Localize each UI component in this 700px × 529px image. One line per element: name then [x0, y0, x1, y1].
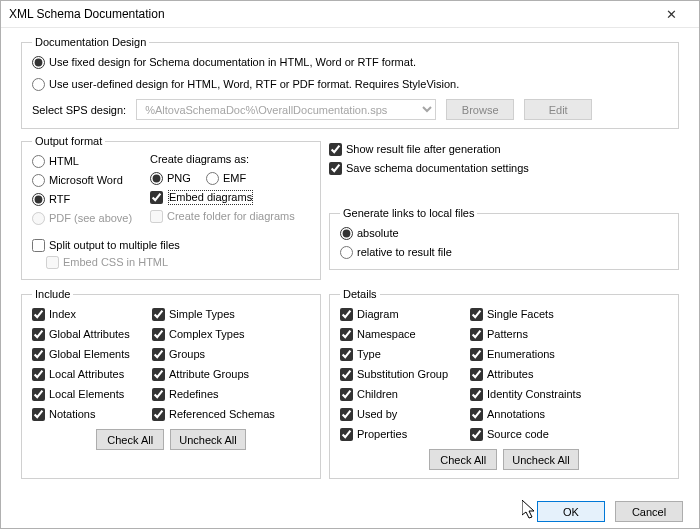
- include-global-elements[interactable]: Global Elements: [32, 346, 152, 363]
- links-legend: Generate links to local files: [340, 207, 477, 219]
- window-title: XML Schema Documentation: [9, 7, 651, 21]
- include-referenced-schemas[interactable]: Referenced Schemas: [152, 406, 292, 423]
- details-uncheck-all-button[interactable]: Uncheck All: [503, 449, 578, 470]
- pdf-radio: PDF (see above): [32, 210, 142, 227]
- include-local-elements[interactable]: Local Elements: [32, 386, 152, 403]
- embed-diagrams-checkbox[interactable]: Embed diagrams: [150, 189, 310, 206]
- include-details-row: Include Index Simple Types Global Attrib…: [21, 288, 679, 485]
- details-enumerations[interactable]: Enumerations: [470, 346, 610, 363]
- split-output-checkbox[interactable]: Split output to multiple files: [32, 237, 180, 254]
- links-group: Generate links to local files absolute r…: [329, 207, 679, 270]
- documentation-design-legend: Documentation Design: [32, 36, 149, 48]
- word-radio[interactable]: Microsoft Word: [32, 172, 142, 189]
- details-identity-constraints[interactable]: Identity Constraints: [470, 386, 610, 403]
- details-diagram[interactable]: Diagram: [340, 306, 470, 323]
- middle-row: Output format HTML Microsoft Word RTF PD…: [21, 135, 679, 286]
- include-attribute-groups[interactable]: Attribute Groups: [152, 366, 292, 383]
- close-button[interactable]: ✕: [651, 1, 691, 27]
- include-global-attributes[interactable]: Global Attributes: [32, 326, 152, 343]
- include-notations[interactable]: Notations: [32, 406, 152, 423]
- fixed-design-label: Use fixed design for Schema documentatio…: [49, 54, 416, 71]
- include-complex-types[interactable]: Complex Types: [152, 326, 292, 343]
- details-single-facets[interactable]: Single Facets: [470, 306, 610, 323]
- right-options: Show result file after generation Save s…: [329, 135, 679, 286]
- output-format-group: Output format HTML Microsoft Word RTF PD…: [21, 135, 321, 280]
- include-group: Include Index Simple Types Global Attrib…: [21, 288, 321, 479]
- absolute-radio[interactable]: absolute: [340, 225, 668, 242]
- html-radio[interactable]: HTML: [32, 153, 142, 170]
- rtf-radio[interactable]: RTF: [32, 191, 142, 208]
- png-radio[interactable]: PNG: [150, 170, 191, 187]
- create-diagrams-label: Create diagrams as:: [150, 153, 310, 165]
- include-uncheck-all-button[interactable]: Uncheck All: [170, 429, 245, 450]
- details-substitution-group[interactable]: Substitution Group: [340, 366, 470, 383]
- cancel-button[interactable]: Cancel: [615, 501, 683, 522]
- user-design-radio[interactable]: Use user-defined design for HTML, Word, …: [32, 76, 668, 93]
- embed-css-checkbox: Embed CSS in HTML: [46, 254, 168, 271]
- sps-design-select: %AltovaSchemaDoc%\OverallDocumentation.s…: [136, 99, 436, 120]
- details-properties[interactable]: Properties: [340, 426, 470, 443]
- include-local-attributes[interactable]: Local Attributes: [32, 366, 152, 383]
- user-design-label: Use user-defined design for HTML, Word, …: [49, 76, 459, 93]
- sps-design-row: Select SPS design: %AltovaSchemaDoc%\Ove…: [32, 99, 668, 120]
- edit-button: Edit: [524, 99, 592, 120]
- include-redefines[interactable]: Redefines: [152, 386, 292, 403]
- include-check-all-button[interactable]: Check All: [96, 429, 164, 450]
- output-format-legend: Output format: [32, 135, 105, 147]
- details-check-all-button[interactable]: Check All: [429, 449, 497, 470]
- close-icon: ✕: [666, 7, 677, 22]
- relative-radio[interactable]: relative to result file: [340, 244, 668, 261]
- details-legend: Details: [340, 288, 380, 300]
- include-simple-types[interactable]: Simple Types: [152, 306, 292, 323]
- details-namespace[interactable]: Namespace: [340, 326, 470, 343]
- ok-button[interactable]: OK: [537, 501, 605, 522]
- browse-button: Browse: [446, 99, 514, 120]
- details-group: Details Diagram Single Facets Namespace …: [329, 288, 679, 479]
- details-attributes[interactable]: Attributes: [470, 366, 610, 383]
- show-result-checkbox[interactable]: Show result file after generation: [329, 141, 679, 158]
- dialog-body: Documentation Design Use fixed design fo…: [1, 28, 699, 493]
- titlebar: XML Schema Documentation ✕: [1, 1, 699, 28]
- include-groups[interactable]: Groups: [152, 346, 292, 363]
- include-index[interactable]: Index: [32, 306, 152, 323]
- create-folder-checkbox: Create folder for diagrams: [150, 208, 310, 225]
- documentation-design-group: Documentation Design Use fixed design fo…: [21, 36, 679, 129]
- details-patterns[interactable]: Patterns: [470, 326, 610, 343]
- sps-design-label: Select SPS design:: [32, 104, 126, 116]
- include-legend: Include: [32, 288, 73, 300]
- dialog-buttons: OK Cancel: [1, 493, 699, 529]
- details-source-code[interactable]: Source code: [470, 426, 610, 443]
- emf-radio[interactable]: EMF: [206, 170, 246, 187]
- fixed-design-radio[interactable]: Use fixed design for Schema documentatio…: [32, 54, 668, 71]
- details-used-by[interactable]: Used by: [340, 406, 470, 423]
- details-type[interactable]: Type: [340, 346, 470, 363]
- dialog-window: XML Schema Documentation ✕ Documentation…: [0, 0, 700, 529]
- save-settings-checkbox[interactable]: Save schema documentation settings: [329, 160, 679, 177]
- details-children[interactable]: Children: [340, 386, 470, 403]
- details-annotations[interactable]: Annotations: [470, 406, 610, 423]
